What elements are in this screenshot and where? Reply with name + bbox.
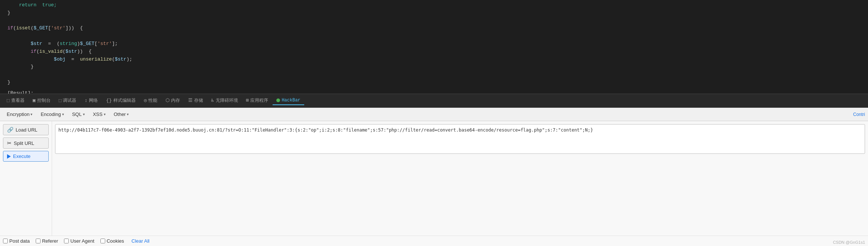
split-url-label: Split URL: [14, 140, 34, 146]
code-line-11: }: [7, 79, 861, 87]
hackbar-main-content: 🔗 Load URL ✂ Split URL Execute: [0, 121, 868, 236]
split-url-icon: ✂: [7, 140, 12, 146]
hackbar-panel: Encryption ▾ Encoding ▾ SQL ▾ XSS ▾ Othe…: [0, 108, 868, 246]
code-area: return true; } if(isset($_GET['str'])) {…: [0, 0, 868, 94]
user-agent-checkbox-item[interactable]: User Agent: [64, 238, 94, 244]
hackbar-checks-bar: Post data Referer User Agent Cookies Cle…: [0, 236, 868, 246]
cookies-label: Cookies: [107, 238, 124, 244]
devtools-toolbar: ⬚ 查看器 ▣ 控制台 ⬚ 调试器 ↕ 网络 {} 样式编辑器 ◎ 性能 ⬡ 内…: [0, 94, 868, 108]
load-url-icon: 🔗: [7, 127, 13, 133]
encoding-label: Encoding: [41, 111, 61, 117]
menu-encryption[interactable]: Encryption ▾: [3, 110, 36, 119]
tab-style-editor[interactable]: {} 样式编辑器: [102, 96, 139, 106]
csdn-watermark: CSDN @GnG1s1: [833, 240, 865, 245]
load-url-button[interactable]: 🔗 Load URL: [3, 124, 49, 135]
referer-checkbox[interactable]: [36, 239, 41, 243]
tab-console[interactable]: ▣ 控制台: [29, 96, 54, 106]
tab-accessibility[interactable]: ♿ 无障碍环境: [208, 96, 242, 106]
style-editor-icon: {}: [106, 98, 112, 103]
cookies-checkbox-item[interactable]: Cookies: [100, 238, 124, 244]
load-url-label: Load URL: [16, 127, 38, 133]
code-line-10: [7, 71, 861, 79]
code-line-5: [7, 32, 861, 40]
post-data-label: Post data: [9, 238, 30, 244]
cookies-checkbox[interactable]: [100, 239, 105, 243]
memory-icon: ⬡: [165, 97, 170, 103]
result-label: [Result]:: [7, 90, 861, 94]
storage-icon: ☰: [188, 97, 193, 103]
other-arrow-icon: ▾: [127, 112, 129, 116]
code-line-3: [7, 17, 861, 25]
xss-label: XSS: [93, 111, 103, 117]
post-data-checkbox-item[interactable]: Post data: [3, 238, 30, 244]
code-line-8: $obj = unserialize($str);: [7, 56, 861, 64]
tab-storage[interactable]: ☰ 存储: [184, 96, 207, 106]
tab-hackbar[interactable]: HackBar: [273, 96, 304, 105]
hackbar-url-area: [52, 121, 868, 236]
sql-label: SQL: [72, 111, 82, 117]
sql-arrow-icon: ▾: [83, 112, 85, 116]
tab-performance[interactable]: ◎ 性能: [140, 96, 161, 106]
console-icon: ▣: [33, 97, 36, 103]
post-data-checkbox[interactable]: [3, 239, 8, 243]
split-url-button[interactable]: ✂ Split URL: [3, 137, 49, 149]
execute-button[interactable]: Execute: [3, 151, 49, 162]
code-line-4: if(isset($_GET['str'])) {: [7, 25, 861, 32]
user-agent-checkbox[interactable]: [64, 239, 69, 243]
hackbar-menu-bar: Encryption ▾ Encoding ▾ SQL ▾ XSS ▾ Othe…: [0, 108, 868, 121]
tab-application[interactable]: ⊞ 应用程序: [242, 96, 272, 106]
execute-label: Execute: [13, 153, 30, 159]
hackbar-sidebar: 🔗 Load URL ✂ Split URL Execute: [0, 121, 52, 236]
code-line-7: if(is_valid($str)) {: [7, 48, 861, 56]
xss-arrow-icon: ▾: [104, 112, 106, 116]
code-line-2: }: [7, 9, 861, 17]
contrib-link[interactable]: Contri: [853, 112, 865, 117]
referer-label: Referer: [42, 238, 58, 244]
application-icon: ⊞: [246, 97, 249, 103]
code-line-6: $str = (string)$_GET['str'];: [7, 40, 861, 48]
tab-memory[interactable]: ⬡ 内存: [162, 96, 184, 106]
debugger-icon: ⬚: [59, 97, 62, 103]
tab-inspector[interactable]: ⬚ 查看器: [3, 96, 28, 106]
code-line-1: return true;: [7, 1, 861, 9]
menu-xss[interactable]: XSS ▾: [89, 110, 109, 119]
menu-encoding[interactable]: Encoding ▾: [37, 110, 67, 119]
code-line-9: }: [7, 63, 861, 71]
performance-icon: ◎: [144, 97, 147, 103]
menu-other[interactable]: Other ▾: [110, 110, 133, 119]
clear-all-button[interactable]: Clear All: [132, 238, 150, 244]
referer-checkbox-item[interactable]: Referer: [36, 238, 58, 244]
other-label: Other: [114, 111, 126, 117]
tab-network[interactable]: ↕ 网络: [81, 96, 102, 106]
encoding-arrow-icon: ▾: [62, 112, 64, 116]
user-agent-label: User Agent: [70, 238, 94, 244]
hackbar-dot-icon: [276, 98, 280, 102]
tab-debugger[interactable]: ⬚ 调试器: [55, 96, 80, 106]
encryption-arrow-icon: ▾: [30, 112, 32, 116]
menu-sql[interactable]: SQL ▾: [68, 110, 89, 119]
encryption-label: Encryption: [7, 111, 29, 117]
accessibility-icon: ♿: [211, 97, 214, 103]
execute-play-icon: [7, 154, 11, 159]
url-input[interactable]: [55, 124, 865, 154]
network-icon: ↕: [84, 98, 87, 103]
inspector-icon: ⬚: [7, 97, 10, 103]
